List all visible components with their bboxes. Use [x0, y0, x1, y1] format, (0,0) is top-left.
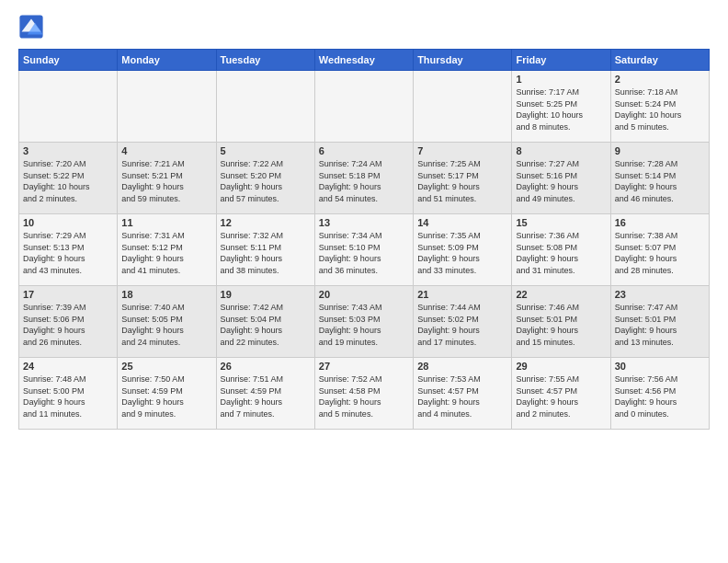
day-info: Sunrise: 7:51 AM Sunset: 4:59 PM Dayligh…	[221, 373, 311, 419]
day-number: 1	[516, 74, 606, 85]
day-number: 27	[319, 361, 409, 372]
day-info: Sunrise: 7:24 AM Sunset: 5:18 PM Dayligh…	[319, 158, 409, 204]
calendar-cell: 19Sunrise: 7:42 AM Sunset: 5:04 PM Dayli…	[216, 286, 314, 358]
calendar-table: SundayMondayTuesdayWednesdayThursdayFrid…	[18, 49, 710, 430]
logo	[18, 14, 48, 40]
calendar-cell: 21Sunrise: 7:44 AM Sunset: 5:02 PM Dayli…	[414, 286, 512, 358]
day-info: Sunrise: 7:31 AM Sunset: 5:12 PM Dayligh…	[121, 230, 211, 276]
day-number: 19	[221, 289, 311, 300]
day-header-monday: Monday	[118, 50, 216, 71]
week-row-5: 24Sunrise: 7:48 AM Sunset: 5:00 PM Dayli…	[19, 358, 710, 430]
day-number: 11	[121, 217, 211, 228]
day-number: 2	[615, 74, 705, 85]
day-info: Sunrise: 7:35 AM Sunset: 5:09 PM Dayligh…	[417, 230, 507, 276]
calendar-cell: 28Sunrise: 7:53 AM Sunset: 4:57 PM Dayli…	[414, 358, 512, 430]
page-container: SundayMondayTuesdayWednesdayThursdayFrid…	[0, 0, 728, 439]
day-number: 29	[516, 361, 606, 372]
day-number: 15	[516, 217, 606, 228]
calendar-cell: 23Sunrise: 7:47 AM Sunset: 5:01 PM Dayli…	[610, 286, 709, 358]
day-info: Sunrise: 7:27 AM Sunset: 5:16 PM Dayligh…	[516, 158, 606, 204]
calendar-cell: 22Sunrise: 7:46 AM Sunset: 5:01 PM Dayli…	[512, 286, 610, 358]
calendar-cell: 3Sunrise: 7:20 AM Sunset: 5:22 PM Daylig…	[19, 143, 118, 214]
day-number: 3	[23, 145, 113, 156]
calendar-cell: 27Sunrise: 7:52 AM Sunset: 4:58 PM Dayli…	[314, 358, 413, 430]
day-info: Sunrise: 7:47 AM Sunset: 5:01 PM Dayligh…	[615, 302, 705, 348]
calendar-cell: 18Sunrise: 7:40 AM Sunset: 5:05 PM Dayli…	[118, 286, 216, 358]
calendar-cell: 13Sunrise: 7:34 AM Sunset: 5:10 PM Dayli…	[314, 214, 413, 286]
day-info: Sunrise: 7:21 AM Sunset: 5:21 PM Dayligh…	[121, 158, 211, 204]
week-row-1: 1Sunrise: 7:17 AM Sunset: 5:25 PM Daylig…	[19, 71, 710, 143]
week-row-2: 3Sunrise: 7:20 AM Sunset: 5:22 PM Daylig…	[19, 143, 710, 214]
calendar-cell: 2Sunrise: 7:18 AM Sunset: 5:24 PM Daylig…	[610, 71, 709, 143]
day-info: Sunrise: 7:40 AM Sunset: 5:05 PM Dayligh…	[121, 302, 211, 348]
day-number: 12	[221, 217, 311, 228]
calendar-cell: 9Sunrise: 7:28 AM Sunset: 5:14 PM Daylig…	[610, 143, 709, 214]
calendar-cell: 4Sunrise: 7:21 AM Sunset: 5:21 PM Daylig…	[118, 143, 216, 214]
calendar-cell	[414, 71, 512, 143]
logo-icon	[18, 14, 44, 40]
day-info: Sunrise: 7:20 AM Sunset: 5:22 PM Dayligh…	[23, 158, 113, 204]
calendar-cell: 7Sunrise: 7:25 AM Sunset: 5:17 PM Daylig…	[414, 143, 512, 214]
calendar-cell: 25Sunrise: 7:50 AM Sunset: 4:59 PM Dayli…	[118, 358, 216, 430]
calendar-cell: 8Sunrise: 7:27 AM Sunset: 5:16 PM Daylig…	[512, 143, 610, 214]
day-info: Sunrise: 7:36 AM Sunset: 5:08 PM Dayligh…	[516, 230, 606, 276]
calendar-cell: 1Sunrise: 7:17 AM Sunset: 5:25 PM Daylig…	[512, 71, 610, 143]
day-number: 25	[121, 361, 211, 372]
week-row-3: 10Sunrise: 7:29 AM Sunset: 5:13 PM Dayli…	[19, 214, 710, 286]
day-number: 7	[417, 145, 507, 156]
day-header-thursday: Thursday	[414, 50, 512, 71]
day-number: 22	[516, 289, 606, 300]
day-info: Sunrise: 7:52 AM Sunset: 4:58 PM Dayligh…	[319, 373, 409, 419]
calendar-cell: 15Sunrise: 7:36 AM Sunset: 5:08 PM Dayli…	[512, 214, 610, 286]
calendar-cell: 29Sunrise: 7:55 AM Sunset: 4:57 PM Dayli…	[512, 358, 610, 430]
day-number: 17	[23, 289, 113, 300]
day-info: Sunrise: 7:50 AM Sunset: 4:59 PM Dayligh…	[121, 373, 211, 419]
day-info: Sunrise: 7:43 AM Sunset: 5:03 PM Dayligh…	[319, 302, 409, 348]
calendar-cell: 17Sunrise: 7:39 AM Sunset: 5:06 PM Dayli…	[19, 286, 118, 358]
calendar-cell: 11Sunrise: 7:31 AM Sunset: 5:12 PM Dayli…	[118, 214, 216, 286]
calendar-header-row: SundayMondayTuesdayWednesdayThursdayFrid…	[19, 50, 710, 71]
day-info: Sunrise: 7:38 AM Sunset: 5:07 PM Dayligh…	[615, 230, 705, 276]
day-number: 23	[615, 289, 705, 300]
calendar-cell: 6Sunrise: 7:24 AM Sunset: 5:18 PM Daylig…	[314, 143, 413, 214]
day-number: 21	[417, 289, 507, 300]
day-info: Sunrise: 7:42 AM Sunset: 5:04 PM Dayligh…	[221, 302, 311, 348]
day-number: 6	[319, 145, 409, 156]
day-number: 13	[319, 217, 409, 228]
calendar-cell: 26Sunrise: 7:51 AM Sunset: 4:59 PM Dayli…	[216, 358, 314, 430]
day-number: 30	[615, 361, 705, 372]
calendar-cell: 20Sunrise: 7:43 AM Sunset: 5:03 PM Dayli…	[314, 286, 413, 358]
day-info: Sunrise: 7:53 AM Sunset: 4:57 PM Dayligh…	[417, 373, 507, 419]
calendar-cell	[19, 71, 118, 143]
day-header-tuesday: Tuesday	[216, 50, 314, 71]
calendar-cell	[118, 71, 216, 143]
day-number: 20	[319, 289, 409, 300]
day-info: Sunrise: 7:39 AM Sunset: 5:06 PM Dayligh…	[23, 302, 113, 348]
day-header-wednesday: Wednesday	[314, 50, 413, 71]
day-info: Sunrise: 7:34 AM Sunset: 5:10 PM Dayligh…	[319, 230, 409, 276]
day-info: Sunrise: 7:18 AM Sunset: 5:24 PM Dayligh…	[615, 86, 705, 132]
day-header-sunday: Sunday	[19, 50, 118, 71]
day-header-friday: Friday	[512, 50, 610, 71]
day-info: Sunrise: 7:46 AM Sunset: 5:01 PM Dayligh…	[516, 302, 606, 348]
day-number: 24	[23, 361, 113, 372]
day-number: 5	[221, 145, 311, 156]
day-info: Sunrise: 7:17 AM Sunset: 5:25 PM Dayligh…	[516, 86, 606, 132]
day-info: Sunrise: 7:44 AM Sunset: 5:02 PM Dayligh…	[417, 302, 507, 348]
week-row-4: 17Sunrise: 7:39 AM Sunset: 5:06 PM Dayli…	[19, 286, 710, 358]
day-number: 28	[417, 361, 507, 372]
calendar-body: 1Sunrise: 7:17 AM Sunset: 5:25 PM Daylig…	[19, 71, 710, 430]
day-number: 26	[221, 361, 311, 372]
calendar-cell: 12Sunrise: 7:32 AM Sunset: 5:11 PM Dayli…	[216, 214, 314, 286]
header	[18, 14, 710, 40]
day-header-saturday: Saturday	[610, 50, 709, 71]
day-number: 4	[121, 145, 211, 156]
day-number: 8	[516, 145, 606, 156]
calendar-cell: 16Sunrise: 7:38 AM Sunset: 5:07 PM Dayli…	[610, 214, 709, 286]
day-info: Sunrise: 7:29 AM Sunset: 5:13 PM Dayligh…	[23, 230, 113, 276]
day-info: Sunrise: 7:28 AM Sunset: 5:14 PM Dayligh…	[615, 158, 705, 204]
day-info: Sunrise: 7:25 AM Sunset: 5:17 PM Dayligh…	[417, 158, 507, 204]
day-number: 10	[23, 217, 113, 228]
calendar-cell: 10Sunrise: 7:29 AM Sunset: 5:13 PM Dayli…	[19, 214, 118, 286]
day-info: Sunrise: 7:32 AM Sunset: 5:11 PM Dayligh…	[221, 230, 311, 276]
